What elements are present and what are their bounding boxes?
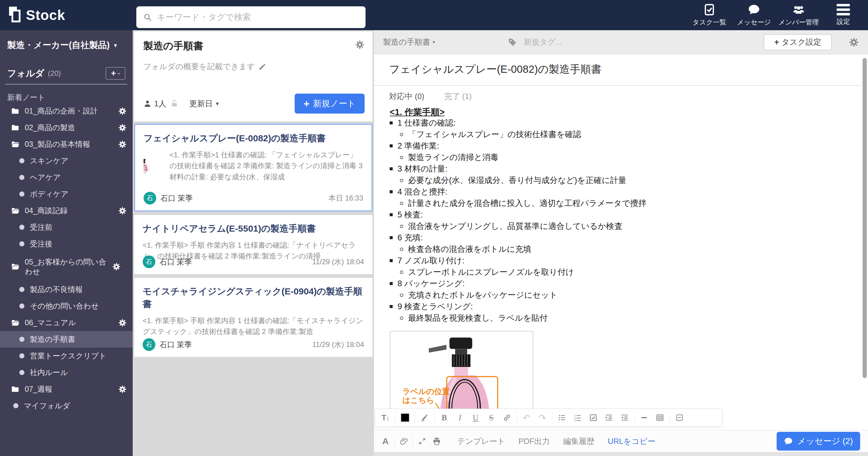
sort-selector[interactable]: 更新日 ▾ bbox=[189, 98, 219, 109]
copy-url-button[interactable]: URLをコピー bbox=[608, 436, 655, 447]
member-count[interactable]: 1人 bbox=[154, 98, 166, 109]
sidebar-folder-03[interactable]: 03_製品の基本情報 bbox=[0, 136, 133, 152]
tab-in-progress[interactable]: 対応中 (0) bbox=[389, 91, 424, 102]
sidebar-subfolder-post-order[interactable]: 受注後 bbox=[0, 235, 133, 252]
gear-icon[interactable] bbox=[118, 107, 127, 115]
sidebar-subfolder-defect-info[interactable]: 製品の不良情報 bbox=[0, 281, 133, 298]
nav-settings[interactable]: 設定 bbox=[821, 0, 866, 30]
color-swatch-icon[interactable] bbox=[397, 411, 413, 424]
step-label: 1 仕様書の確認: bbox=[398, 117, 456, 129]
gear-icon[interactable] bbox=[849, 37, 859, 48]
note-heading: <1. 作業手順> bbox=[390, 106, 851, 117]
italic-icon[interactable]: I bbox=[452, 411, 468, 424]
bullet-list-icon[interactable] bbox=[554, 411, 570, 424]
bold-icon[interactable]: B bbox=[436, 411, 452, 424]
note-card-selected[interactable]: フェイシャルスプレー(E-0082)の製造手順書 <1. 作業手順>1 仕様書の… bbox=[134, 124, 372, 211]
step-label: 6 充填: bbox=[398, 232, 423, 243]
new-tag-input[interactable]: 新規タグ... bbox=[524, 37, 764, 48]
gear-icon[interactable] bbox=[355, 40, 365, 50]
folder-open-icon bbox=[11, 206, 20, 215]
font-icon[interactable]: A bbox=[378, 434, 393, 449]
sidebar-subfolder-skincare[interactable]: スキンケア bbox=[0, 152, 133, 169]
sidebar-folder-07[interactable]: 07_週報 bbox=[0, 381, 133, 397]
template-button[interactable]: テンプレート bbox=[457, 436, 505, 447]
sidebar-subfolder-sales-script[interactable]: 営業トークスクリプト bbox=[0, 348, 133, 364]
workspace-selector[interactable]: 製造・メーカー(自社製品) ▾ bbox=[0, 30, 133, 54]
folder-meta-row: 1人 更新日 ▾ + 新規ノート bbox=[143, 94, 365, 114]
font-size-icon[interactable]: T↕ bbox=[378, 411, 393, 424]
sidebar-item-my-folder[interactable]: マイフォルダ bbox=[0, 397, 133, 414]
note-image-bottle[interactable] bbox=[390, 331, 533, 414]
underline-icon[interactable]: U bbox=[468, 411, 484, 424]
task-settings-button[interactable]: + タスク設定 bbox=[764, 34, 832, 51]
note-card[interactable]: ナイトリペアセラム(E-5501)の製造手順書 <1. 作業手順> 手順 作業内… bbox=[134, 215, 372, 274]
vertical-scrollbar[interactable] bbox=[863, 58, 867, 378]
sidebar-subfolder-manufacturing-manual[interactable]: 製造の手順書 bbox=[0, 331, 133, 348]
pdf-export-button[interactable]: PDF出力 bbox=[519, 436, 550, 447]
highlighter-icon[interactable] bbox=[417, 411, 433, 424]
folder-description-placeholder[interactable]: フォルダの概要を記載できます bbox=[143, 61, 364, 72]
link-icon[interactable] bbox=[499, 411, 515, 424]
message-button-label: メッセージ (2) bbox=[797, 435, 853, 447]
gear-icon[interactable] bbox=[118, 385, 127, 394]
step-detail: 製造ラインの清掃と消毒 bbox=[408, 152, 499, 163]
sidebar: 製造・メーカー(自社製品) ▾ フォルダ (20) + ▾ 新着ノート 01_商… bbox=[0, 30, 133, 456]
sidebar-subfolder-bodycare[interactable]: ボディケア bbox=[0, 186, 133, 202]
sidebar-folder-04[interactable]: 04_商談記録 bbox=[0, 202, 133, 219]
expand-icon[interactable] bbox=[415, 434, 430, 449]
nav-messages[interactable]: メッセージ bbox=[732, 0, 776, 30]
numbered-list-icon[interactable] bbox=[570, 411, 585, 424]
folder-label: 07_週報 bbox=[25, 384, 118, 394]
new-note-button[interactable]: + 新規ノート bbox=[294, 94, 365, 114]
note-body[interactable]: <1. 作業手順> 1 仕様書の確認: 「フェイシャルスプレー」の技術仕様書を確… bbox=[390, 106, 851, 414]
note-folder-dropdown[interactable]: 製造の手順書 ▾ bbox=[383, 37, 435, 48]
add-folder-button[interactable]: + ▾ bbox=[105, 67, 125, 80]
checkbox-icon[interactable] bbox=[585, 411, 601, 424]
sidebar-folder-01[interactable]: 01_商品の企画・設計 bbox=[0, 103, 133, 119]
sidebar-item-new-notes[interactable]: 新着ノート bbox=[0, 85, 133, 105]
tab-done[interactable]: 完了 (1) bbox=[444, 91, 472, 102]
sidebar-subfolder-internal-rules[interactable]: 社内ルール bbox=[0, 364, 133, 381]
nav-task-list[interactable]: タスク一覧 bbox=[687, 0, 732, 30]
subfolder-label: 受注後 bbox=[30, 239, 127, 249]
print-icon[interactable] bbox=[430, 434, 444, 449]
redo-icon[interactable]: ↷ bbox=[534, 411, 550, 424]
sidebar-subfolder-other-inquiries[interactable]: その他の問い合わせ bbox=[0, 298, 133, 314]
step-detail: 最終製品を視覚検査し、ラベルを貼付 bbox=[408, 313, 548, 323]
note-card[interactable]: モイスチャライジングスティック(E-0904)の製造手順書 <1. 作業手順> … bbox=[134, 278, 372, 357]
gear-icon[interactable] bbox=[118, 123, 127, 132]
edit-history-button[interactable]: 編集履歴 bbox=[563, 436, 594, 447]
message-button[interactable]: メッセージ (2) bbox=[777, 432, 860, 451]
indent-icon[interactable] bbox=[601, 411, 617, 424]
sidebar-subfolder-pre-order[interactable]: 受注前 bbox=[0, 219, 133, 235]
gear-icon[interactable] bbox=[118, 319, 127, 327]
search-input[interactable]: キーワード・タグで検索 bbox=[136, 6, 366, 28]
sidebar-folder-02[interactable]: 02_商品の製造 bbox=[0, 119, 133, 136]
note-footer-bar: A テンプレート PDF出力 編集履歴 URLをコピー メッセージ (2) bbox=[374, 430, 868, 452]
outdent-icon[interactable] bbox=[617, 411, 632, 424]
subfolder-label: ヘアケア bbox=[30, 172, 127, 182]
remove-block-icon[interactable] bbox=[672, 411, 687, 424]
nav-members[interactable]: メンバー管理 bbox=[776, 0, 821, 30]
unlock-icon[interactable] bbox=[170, 99, 179, 108]
dot-icon bbox=[19, 370, 25, 375]
circle-bullet-icon bbox=[400, 133, 403, 136]
table-icon[interactable] bbox=[652, 411, 668, 424]
attachment-icon[interactable] bbox=[397, 434, 411, 449]
undo-icon[interactable]: ↶ bbox=[519, 411, 534, 424]
horizontal-rule-icon[interactable] bbox=[637, 411, 652, 424]
sidebar-folder-05[interactable]: 05_お客様からの問い合わせ bbox=[0, 252, 133, 281]
note-title[interactable]: フェイシャルスプレー(E-0082)の製造手順書 bbox=[389, 62, 601, 77]
strikethrough-icon[interactable]: S bbox=[484, 411, 499, 424]
sidebar-subfolder-haircare[interactable]: ヘアケア bbox=[0, 169, 133, 186]
gear-icon[interactable] bbox=[112, 262, 121, 271]
sidebar-folder-06[interactable]: 06_マニュアル bbox=[0, 314, 133, 331]
folder-open-icon bbox=[11, 318, 20, 327]
square-bullet-icon bbox=[390, 282, 393, 285]
note-card-time: 本日 16:33 bbox=[329, 193, 363, 203]
gear-icon[interactable] bbox=[118, 206, 127, 215]
folders-title: フォルダ bbox=[7, 67, 44, 80]
gear-icon[interactable] bbox=[118, 140, 127, 149]
tag-icon bbox=[507, 37, 517, 47]
app-logo[interactable]: Stock bbox=[9, 7, 65, 24]
